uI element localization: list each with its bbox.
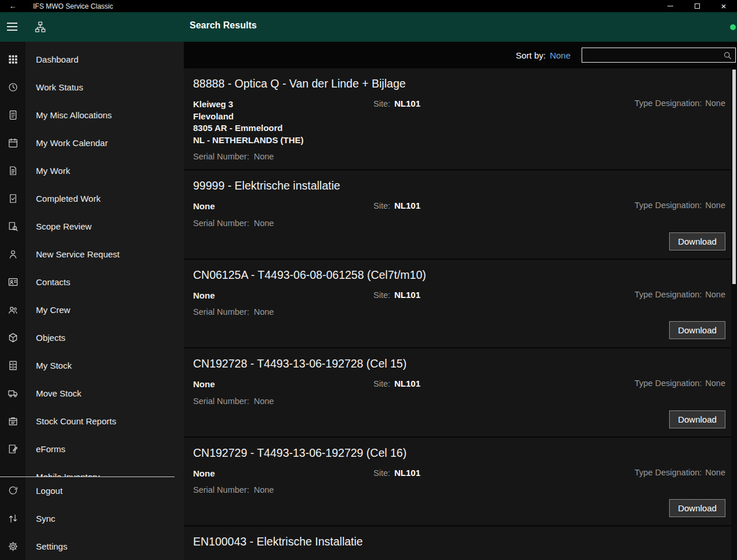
serial-number-value: None: [254, 397, 274, 406]
maximize-button[interactable]: [684, 0, 710, 12]
result-title: 88888 - Optica Q - Van der Linde + Bijla…: [193, 76, 725, 91]
contacts-icon: [0, 277, 26, 288]
sidebar-item-my-crew[interactable]: My Crew: [0, 296, 184, 323]
result-title: CN192729 - T4493-13-06-192729 (Cel 16): [193, 445, 725, 460]
sitemap-icon[interactable]: [34, 21, 46, 33]
result-card[interactable]: EN100043 - Elektrische Installatie: [184, 526, 731, 560]
sync-icon: [0, 513, 26, 524]
download-button[interactable]: Download: [669, 232, 725, 250]
hamburger-menu-button[interactable]: [7, 22, 17, 31]
logout-icon: [0, 485, 26, 496]
download-row: Download: [193, 232, 725, 250]
address-line: None: [193, 290, 373, 302]
site-value: NL101: [394, 290, 420, 300]
download-row: Download: [193, 321, 725, 339]
close-button[interactable]: ×: [710, 0, 737, 12]
sidebar-item-label: Settings: [26, 541, 67, 551]
result-address: Kleiweg 3Flevoland8305 AR - EmmeloordNL …: [193, 99, 373, 146]
type-designation-value: None: [705, 290, 725, 299]
main-content: Sort by: None 88888 - Optica Q - Van der…: [184, 42, 737, 560]
type-designation-label: Type Designation:: [634, 468, 702, 477]
sidebar-item-my-work[interactable]: My Work: [0, 157, 184, 184]
result-card[interactable]: 88888 - Optica Q - Van der Linde + Bijla…: [184, 68, 731, 169]
sidebar-item-my-stock[interactable]: My Stock: [0, 351, 184, 379]
sidebar-item-label: Scope Review: [26, 221, 92, 231]
window-controls: ×: [657, 0, 737, 12]
sidebar-item-sync[interactable]: Sync: [0, 504, 184, 532]
sidebar-item-label: Stock Count Reports: [26, 416, 116, 426]
address-line: NL - NETHERLANDS (THE): [193, 134, 373, 147]
truck-icon: [0, 388, 26, 399]
sidebar-item-dashboard[interactable]: Dashboard: [0, 45, 184, 73]
type-designation-value: None: [705, 379, 725, 388]
sidebar-item-work-status[interactable]: Work Status: [0, 73, 184, 101]
type-designation-label: Type Designation:: [634, 290, 702, 299]
cabinet-icon: [0, 360, 26, 371]
sidebar-item-completed-work[interactable]: Completed Work: [0, 184, 184, 212]
sidebar-item-settings[interactable]: Settings: [0, 532, 184, 560]
address-line: None: [193, 379, 373, 391]
type-designation-label: Type Designation:: [634, 201, 702, 210]
download-button[interactable]: Download: [669, 410, 725, 428]
result-type-designation: Type Designation: None: [634, 99, 725, 108]
sidebar-item-label: Dashboard: [26, 54, 78, 64]
result-card[interactable]: CN192729 - T4493-13-06-192729 (Cel 16) N…: [184, 438, 731, 526]
clipboard-check-icon: [0, 193, 26, 204]
scrollbar-thumb[interactable]: [732, 70, 736, 284]
result-address: None: [193, 468, 373, 480]
serial-number-value: None: [254, 307, 274, 317]
result-card[interactable]: CN06125A - T4493-06-08-061258 (Cel7t/m10…: [184, 260, 731, 348]
sidebar-item-move-stock[interactable]: Move Stock: [0, 379, 184, 407]
download-row: Download: [193, 410, 725, 428]
result-serial: Serial Number: None: [193, 152, 725, 161]
page-title: Search Results: [190, 20, 257, 31]
vertical-scrollbar[interactable]: [731, 68, 737, 560]
result-type-designation: Type Designation: None: [634, 379, 725, 388]
sidebar-item-my-misc-allocations[interactable]: My Misc Allocations: [0, 101, 184, 129]
search-input[interactable]: [582, 48, 723, 62]
serial-number-value: None: [254, 152, 274, 161]
address-line: Kleiweg 3: [193, 99, 373, 111]
result-body: Kleiweg 3Flevoland8305 AR - EmmeloordNL …: [193, 99, 725, 146]
sidebar-item-label: New Service Request: [26, 249, 119, 259]
serial-number-value: None: [254, 485, 274, 494]
serial-number-label: Serial Number:: [193, 219, 249, 228]
stock-count-icon: [0, 416, 26, 427]
results-list: 88888 - Optica Q - Van der Linde + Bijla…: [184, 68, 731, 560]
sort-by-value[interactable]: None: [550, 50, 571, 60]
type-designation-value: None: [705, 99, 725, 108]
back-button[interactable]: ←: [0, 2, 26, 10]
sidebar-item-label: My Work: [26, 166, 70, 176]
result-site: Site: NL101: [373, 468, 420, 478]
clipboard-icon: [0, 165, 26, 176]
result-serial: Serial Number: None: [193, 307, 725, 317]
sidebar-item-scope-review[interactable]: Scope Review: [0, 212, 184, 240]
sidebar-item-stock-count-reports[interactable]: Stock Count Reports: [0, 407, 184, 435]
sidebar-item-eforms[interactable]: eForms: [0, 435, 184, 463]
crew-icon: [0, 304, 26, 315]
download-button[interactable]: Download: [669, 321, 725, 339]
sidebar-item-logout[interactable]: Logout: [0, 477, 184, 504]
calendar-icon: [0, 137, 26, 148]
sidebar-item-new-service-request[interactable]: New Service Request: [0, 240, 184, 268]
site-label: Site:: [373, 468, 390, 478]
status-dot: [730, 24, 736, 30]
person-icon: [0, 249, 26, 260]
minimize-button[interactable]: [657, 0, 684, 12]
result-site: Site: NL101: [373, 290, 420, 300]
result-address: None: [193, 201, 373, 213]
result-card[interactable]: CN192728 - T4493-13-06-192728 (Cel 15) N…: [184, 348, 731, 437]
sidebar-item-contacts[interactable]: Contacts: [0, 268, 184, 296]
address-line: Flevoland: [193, 111, 373, 123]
result-card[interactable]: 99999 - Elektrische installatie None Sit…: [184, 170, 731, 259]
search-icon[interactable]: [723, 50, 732, 60]
type-designation-label: Type Designation:: [634, 99, 702, 108]
address-line: 8305 AR - Emmeloord: [193, 122, 373, 134]
download-button[interactable]: Download: [669, 499, 725, 517]
sidebar-item-label: Work Status: [26, 82, 83, 92]
site-label: Site:: [373, 379, 390, 388]
download-row: Download: [193, 499, 725, 517]
sidebar-item-objects[interactable]: Objects: [0, 323, 184, 351]
eforms-icon: [0, 443, 26, 454]
sidebar-item-my-work-calendar[interactable]: My Work Calendar: [0, 129, 184, 157]
